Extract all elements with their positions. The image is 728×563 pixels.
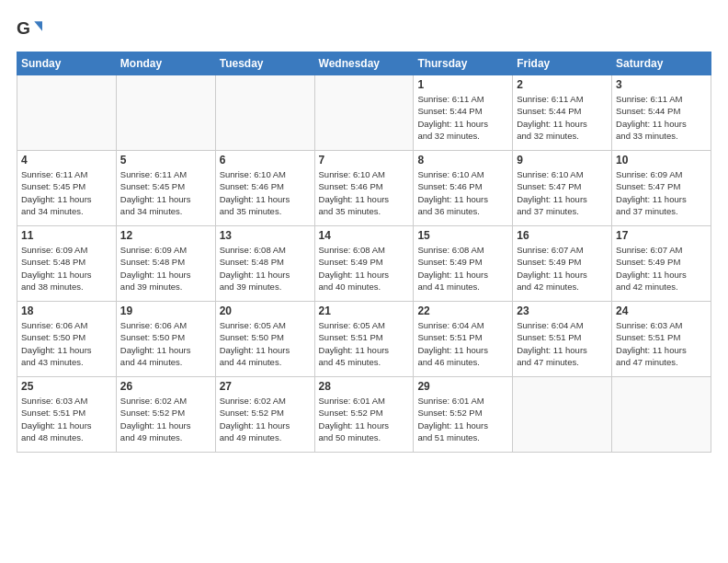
logo: G	[17, 17, 46, 42]
calendar-cell: 19Sunrise: 6:06 AM Sunset: 5:50 PM Dayli…	[116, 302, 215, 377]
day-info: Sunrise: 6:06 AM Sunset: 5:50 PM Dayligh…	[120, 319, 211, 368]
calendar-cell: 28Sunrise: 6:01 AM Sunset: 5:52 PM Dayli…	[314, 377, 414, 453]
day-info: Sunrise: 6:04 AM Sunset: 5:51 PM Dayligh…	[517, 319, 608, 368]
day-number: 6	[220, 154, 311, 167]
day-number: 21	[319, 304, 410, 317]
calendar-cell: 26Sunrise: 6:02 AM Sunset: 5:52 PM Dayli…	[116, 377, 215, 453]
weekday-header: Wednesday	[314, 52, 414, 75]
calendar-week-row: 11Sunrise: 6:09 AM Sunset: 5:48 PM Dayli…	[17, 226, 711, 302]
calendar-cell: 17Sunrise: 6:07 AM Sunset: 5:49 PM Dayli…	[612, 226, 711, 302]
calendar-cell: 11Sunrise: 6:09 AM Sunset: 5:48 PM Dayli…	[17, 226, 117, 302]
day-info: Sunrise: 6:08 AM Sunset: 5:48 PM Dayligh…	[220, 244, 311, 293]
day-number: 11	[21, 229, 112, 242]
day-number: 10	[616, 154, 707, 167]
page: G SundayMondayTuesdayWednesdayThursdayFr…	[0, 0, 728, 462]
calendar-cell: 10Sunrise: 6:09 AM Sunset: 5:47 PM Dayli…	[612, 151, 711, 226]
day-info: Sunrise: 6:04 AM Sunset: 5:51 PM Dayligh…	[417, 319, 508, 368]
header-area: G	[17, 17, 711, 42]
weekday-header: Friday	[513, 52, 612, 75]
day-number: 15	[417, 229, 508, 242]
day-info: Sunrise: 6:02 AM Sunset: 5:52 PM Dayligh…	[220, 395, 311, 443]
weekday-header: Saturday	[612, 52, 711, 75]
calendar-cell: 3Sunrise: 6:11 AM Sunset: 5:44 PM Daylig…	[612, 75, 711, 151]
day-number: 20	[220, 304, 311, 317]
calendar-cell: 15Sunrise: 6:08 AM Sunset: 5:49 PM Dayli…	[414, 226, 513, 302]
day-number: 7	[319, 154, 410, 167]
day-number: 23	[517, 304, 608, 317]
day-info: Sunrise: 6:09 AM Sunset: 5:47 PM Dayligh…	[616, 168, 707, 217]
calendar-cell: 29Sunrise: 6:01 AM Sunset: 5:52 PM Dayli…	[414, 377, 513, 453]
day-info: Sunrise: 6:10 AM Sunset: 5:47 PM Dayligh…	[517, 168, 608, 217]
calendar-cell	[116, 75, 215, 151]
calendar-cell: 12Sunrise: 6:09 AM Sunset: 5:48 PM Dayli…	[116, 226, 215, 302]
calendar-cell: 5Sunrise: 6:11 AM Sunset: 5:45 PM Daylig…	[116, 151, 215, 226]
calendar-cell: 2Sunrise: 6:11 AM Sunset: 5:44 PM Daylig…	[513, 75, 612, 151]
calendar-week-row: 1Sunrise: 6:11 AM Sunset: 5:44 PM Daylig…	[17, 75, 711, 151]
calendar-cell	[513, 377, 612, 453]
calendar-cell: 23Sunrise: 6:04 AM Sunset: 5:51 PM Dayli…	[513, 302, 612, 377]
logo-icon: G	[17, 17, 42, 42]
calendar-cell: 13Sunrise: 6:08 AM Sunset: 5:48 PM Dayli…	[215, 226, 314, 302]
day-number: 8	[417, 154, 508, 167]
day-number: 2	[517, 78, 608, 91]
day-number: 5	[120, 154, 211, 167]
calendar-cell: 16Sunrise: 6:07 AM Sunset: 5:49 PM Dayli…	[513, 226, 612, 302]
calendar-cell: 9Sunrise: 6:10 AM Sunset: 5:47 PM Daylig…	[513, 151, 612, 226]
day-number: 25	[21, 380, 112, 393]
day-info: Sunrise: 6:11 AM Sunset: 5:44 PM Dayligh…	[616, 93, 707, 142]
day-info: Sunrise: 6:03 AM Sunset: 5:51 PM Dayligh…	[616, 319, 707, 368]
day-info: Sunrise: 6:05 AM Sunset: 5:51 PM Dayligh…	[319, 319, 410, 368]
weekday-header: Monday	[116, 52, 215, 75]
calendar-header-row: SundayMondayTuesdayWednesdayThursdayFrid…	[17, 52, 711, 75]
calendar-cell: 4Sunrise: 6:11 AM Sunset: 5:45 PM Daylig…	[17, 151, 117, 226]
day-number: 9	[517, 154, 608, 167]
weekday-header: Tuesday	[215, 52, 314, 75]
day-info: Sunrise: 6:03 AM Sunset: 5:51 PM Dayligh…	[21, 395, 112, 443]
calendar-cell: 1Sunrise: 6:11 AM Sunset: 5:44 PM Daylig…	[414, 75, 513, 151]
day-number: 29	[417, 380, 508, 393]
calendar: SundayMondayTuesdayWednesdayThursdayFrid…	[17, 52, 711, 453]
day-info: Sunrise: 6:11 AM Sunset: 5:44 PM Dayligh…	[417, 93, 508, 142]
day-info: Sunrise: 6:01 AM Sunset: 5:52 PM Dayligh…	[417, 395, 508, 443]
day-info: Sunrise: 6:07 AM Sunset: 5:49 PM Dayligh…	[616, 244, 707, 293]
day-number: 16	[517, 229, 608, 242]
day-info: Sunrise: 6:05 AM Sunset: 5:50 PM Dayligh…	[220, 319, 311, 368]
day-info: Sunrise: 6:07 AM Sunset: 5:49 PM Dayligh…	[517, 244, 608, 293]
day-info: Sunrise: 6:01 AM Sunset: 5:52 PM Dayligh…	[319, 395, 410, 443]
calendar-cell: 25Sunrise: 6:03 AM Sunset: 5:51 PM Dayli…	[17, 377, 117, 453]
day-info: Sunrise: 6:09 AM Sunset: 5:48 PM Dayligh…	[21, 244, 112, 293]
day-number: 17	[616, 229, 707, 242]
weekday-header: Thursday	[414, 52, 513, 75]
day-number: 14	[319, 229, 410, 242]
day-info: Sunrise: 6:08 AM Sunset: 5:49 PM Dayligh…	[417, 244, 508, 293]
day-number: 12	[120, 229, 211, 242]
weekday-header: Sunday	[17, 52, 117, 75]
day-info: Sunrise: 6:10 AM Sunset: 5:46 PM Dayligh…	[319, 168, 410, 217]
day-info: Sunrise: 6:02 AM Sunset: 5:52 PM Dayligh…	[120, 395, 211, 443]
day-info: Sunrise: 6:09 AM Sunset: 5:48 PM Dayligh…	[120, 244, 211, 293]
calendar-cell: 18Sunrise: 6:06 AM Sunset: 5:50 PM Dayli…	[17, 302, 117, 377]
calendar-cell: 7Sunrise: 6:10 AM Sunset: 5:46 PM Daylig…	[314, 151, 414, 226]
day-number: 3	[616, 78, 707, 91]
day-info: Sunrise: 6:11 AM Sunset: 5:45 PM Dayligh…	[120, 168, 211, 217]
day-number: 1	[417, 78, 508, 91]
day-number: 13	[220, 229, 311, 242]
calendar-cell	[17, 75, 117, 151]
calendar-cell: 20Sunrise: 6:05 AM Sunset: 5:50 PM Dayli…	[215, 302, 314, 377]
day-number: 28	[319, 380, 410, 393]
day-info: Sunrise: 6:11 AM Sunset: 5:45 PM Dayligh…	[21, 168, 112, 217]
calendar-cell	[612, 377, 711, 453]
calendar-week-row: 4Sunrise: 6:11 AM Sunset: 5:45 PM Daylig…	[17, 151, 711, 226]
day-info: Sunrise: 6:11 AM Sunset: 5:44 PM Dayligh…	[517, 93, 608, 142]
day-number: 27	[220, 380, 311, 393]
calendar-cell	[314, 75, 414, 151]
calendar-cell: 24Sunrise: 6:03 AM Sunset: 5:51 PM Dayli…	[612, 302, 711, 377]
calendar-cell: 22Sunrise: 6:04 AM Sunset: 5:51 PM Dayli…	[414, 302, 513, 377]
calendar-cell: 8Sunrise: 6:10 AM Sunset: 5:46 PM Daylig…	[414, 151, 513, 226]
day-number: 22	[417, 304, 508, 317]
calendar-cell: 21Sunrise: 6:05 AM Sunset: 5:51 PM Dayli…	[314, 302, 414, 377]
day-info: Sunrise: 6:10 AM Sunset: 5:46 PM Dayligh…	[417, 168, 508, 217]
svg-marker-1	[34, 21, 42, 31]
calendar-cell	[215, 75, 314, 151]
calendar-cell: 27Sunrise: 6:02 AM Sunset: 5:52 PM Dayli…	[215, 377, 314, 453]
